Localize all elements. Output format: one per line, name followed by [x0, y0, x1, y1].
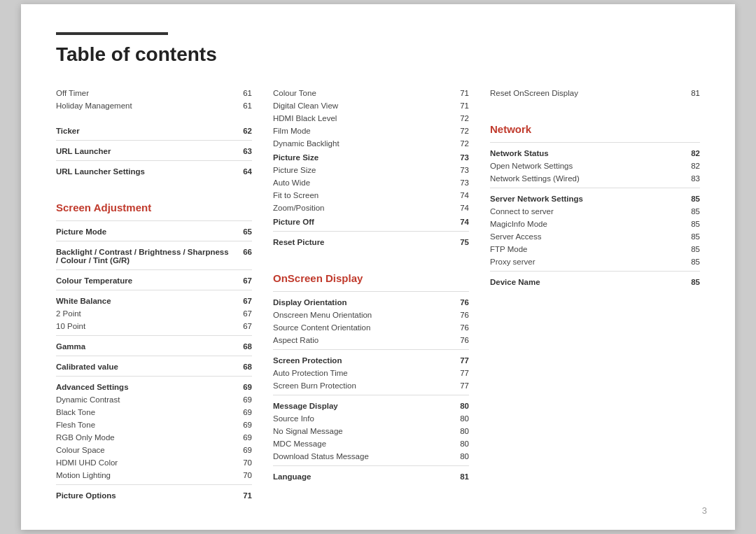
- toc-page-num: 85: [679, 195, 700, 203]
- toc-label: Colour Tone: [273, 89, 448, 97]
- toc-entry: Auto Wide73: [273, 176, 469, 189]
- toc-label: Fit to Screen: [273, 191, 448, 199]
- toc-label: Device Name: [490, 278, 679, 286]
- toc-entry: Network Status82: [490, 146, 700, 160]
- toc-entry: Picture Size73: [273, 164, 469, 176]
- toc-page-num: 85: [679, 220, 700, 228]
- toc-entry: No Signal Message80: [273, 425, 469, 437]
- toc-entry: 10 Point67: [56, 320, 252, 332]
- toc-page-num: 73: [448, 178, 469, 187]
- toc-entry: URL Launcher63: [56, 143, 252, 157]
- toc-entry: Calibrated value68: [56, 359, 252, 373]
- toc-entry: MagicInfo Mode85: [490, 218, 700, 230]
- toc-entry: White Balance67: [56, 293, 252, 307]
- toc-label: Connect to server: [490, 207, 679, 216]
- toc-entry: Ticker62: [56, 123, 252, 137]
- toc-label: MDC Message: [273, 440, 448, 448]
- toc-page-num: 85: [679, 207, 700, 216]
- toc-entry: Display Orientation76: [273, 295, 469, 309]
- toc-page-num: 69: [231, 433, 252, 442]
- toc-label: Film Mode: [273, 127, 448, 135]
- toc-page-num: 69: [231, 395, 252, 404]
- toc-page-num: 75: [448, 238, 469, 246]
- toc-label: Reset OnScreen Display: [490, 89, 679, 97]
- toc-page-num: 64: [231, 167, 252, 176]
- toc-page-num: 61: [231, 89, 252, 97]
- toc-entry: 2 Point67: [56, 307, 252, 320]
- toc-entry: Picture Options71: [56, 488, 252, 502]
- toc-entry: Backlight / Contrast / Brightness / Shar…: [56, 244, 252, 267]
- toc-label: Source Info: [273, 414, 448, 423]
- toc-page-num: 67: [231, 322, 252, 330]
- toc-label: URL Launcher Settings: [56, 167, 231, 176]
- toc-label: HDMI UHD Color: [56, 458, 231, 467]
- toc-entry: Language81: [273, 469, 469, 483]
- toc-page-num: 67: [231, 309, 252, 318]
- toc-label: Open Network Settings: [490, 162, 679, 170]
- toc-label: Picture Mode: [56, 227, 231, 236]
- toc-entry: HDMI Black Level72: [273, 112, 469, 125]
- toc-label: Picture Options: [56, 491, 231, 500]
- toc-entry: Holiday Management61: [56, 99, 252, 112]
- toc-label: Onscreen Menu Orientation: [273, 311, 448, 319]
- toc-entry: FTP Mode85: [490, 243, 700, 255]
- toc-entry: Digital Clean View71: [273, 99, 469, 112]
- toc-page-num: 70: [231, 458, 252, 467]
- toc-page-num: 77: [448, 381, 469, 390]
- toc-label: 10 Point: [56, 322, 231, 330]
- toc-page-num: 74: [448, 191, 469, 199]
- toc-entry: HDMI UHD Color70: [56, 456, 252, 469]
- toc-page-num: 81: [448, 472, 469, 481]
- toc-label: Network Status: [490, 149, 679, 157]
- col1-mid-entries: Ticker62URL Launcher63URL Launcher Setti…: [56, 123, 252, 178]
- toc-page-num: 85: [679, 258, 700, 266]
- toc-label: HDMI Black Level: [273, 114, 448, 122]
- toc-label: Calibrated value: [56, 363, 231, 371]
- toc-label: Gamma: [56, 342, 231, 351]
- toc-entry: Device Name85: [490, 274, 700, 288]
- toc-label: Auto Protection Time: [273, 369, 448, 377]
- toc-page-num: 65: [231, 227, 252, 236]
- toc-entry: Off Timer61: [56, 87, 252, 99]
- toc-label: FTP Mode: [490, 245, 679, 253]
- columns-container: Off Timer61Holiday Management61 Ticker62…: [56, 87, 700, 502]
- toc-page-num: 80: [448, 452, 469, 461]
- toc-label: Picture Off: [273, 218, 448, 226]
- toc-page-num: 67: [231, 276, 252, 285]
- toc-page-num: 80: [448, 414, 469, 423]
- toc-page-num: 68: [231, 342, 252, 351]
- toc-entry: Reset OnScreen Display81: [490, 87, 700, 99]
- toc-page-num: 72: [448, 114, 469, 122]
- toc-page-num: 66: [231, 248, 252, 256]
- toc-page-num: 80: [448, 440, 469, 448]
- toc-entry: Flesh Tone69: [56, 419, 252, 431]
- toc-page-num: 74: [448, 204, 469, 212]
- toc-label: URL Launcher: [56, 147, 231, 155]
- title-bar: [56, 32, 168, 35]
- toc-entry: Zoom/Position74: [273, 202, 469, 214]
- toc-label: Advanced Settings: [56, 383, 231, 391]
- col2-section-title: OnScreen Display: [273, 272, 469, 284]
- toc-entry: Screen Protection77: [273, 353, 469, 367]
- toc-page-num: 73: [448, 166, 469, 174]
- toc-label: MagicInfo Mode: [490, 220, 679, 228]
- toc-page-num: 82: [679, 162, 700, 170]
- toc-page-num: 76: [448, 336, 469, 344]
- toc-page-num: 76: [448, 311, 469, 319]
- toc-label: Digital Clean View: [273, 101, 448, 110]
- toc-label: 2 Point: [56, 309, 231, 318]
- toc-label: Auto Wide: [273, 178, 448, 187]
- toc-label: Proxy server: [490, 258, 679, 266]
- toc-page-num: 69: [231, 408, 252, 416]
- toc-label: Black Tone: [56, 408, 231, 416]
- toc-label: Ticker: [56, 127, 231, 135]
- toc-label: Screen Burn Protection: [273, 381, 448, 390]
- toc-label: Colour Temperature: [56, 276, 231, 285]
- col3-top-entries: Reset OnScreen Display81: [490, 87, 700, 99]
- toc-page-num: 82: [679, 149, 700, 157]
- toc-entry: Screen Burn Protection77: [273, 379, 469, 392]
- col2-picture-size-entries: Picture Size73Picture Size73Auto Wide73F…: [273, 150, 469, 214]
- toc-page-num: 81: [679, 89, 700, 97]
- toc-label: Display Orientation: [273, 298, 448, 307]
- toc-entry: Onscreen Menu Orientation76: [273, 309, 469, 321]
